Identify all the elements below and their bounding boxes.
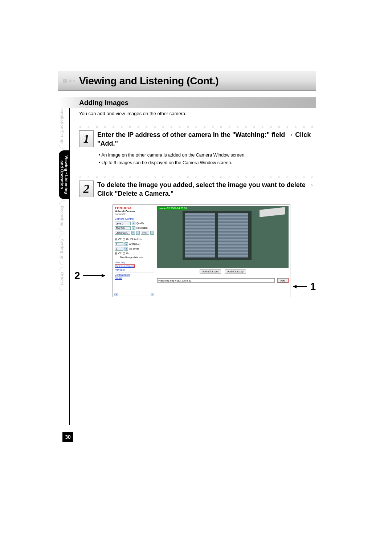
std-select[interactable]: STD [141,231,150,235]
area-select[interactable]: 1 [115,242,123,246]
step-2: 2 To delete the image you added, select … [79,181,316,198]
add-button[interactable]: Add [277,278,288,283]
camera-overlay-text: nwcam02 2004-04 25:01 [158,207,188,210]
resolution-row: 320*240▾ Resolution [115,226,154,230]
audio-controls: AudioOut start AudioOut stop [157,270,289,274]
camera-view-panel: nwcam02 2004-04 25:01 AudioOut start Aud… [156,205,290,297]
watching-row: Add [157,278,289,283]
divider [115,272,154,272]
watching-input[interactable] [157,278,275,283]
step-1: 1 Enter the IP address of other camera i… [79,130,316,148]
page-title: Viewing and Listening (Cont.) [79,75,219,87]
section-intro: You can add and view images on the other… [79,110,316,117]
minus-button[interactable]: - [136,231,140,235]
step-2-text: To delete the image you added, select th… [97,181,316,198]
add-button-highlight: Add [277,278,289,283]
playback-link[interactable]: Playback [115,268,154,271]
camera-control-panel: TOSHIBA Network Camera nwcam02 Camera Co… [113,205,156,297]
step-1-number: 1 [79,130,94,147]
chevron-down-icon[interactable]: ▾ [132,226,135,230]
embedded-screenshot: 2 1 TOSHIBA Network Camera nwcam02 Camer… [113,204,296,297]
ae-select[interactable]: 0 [115,247,123,251]
ae-row: 0▾ AE Level [115,247,154,251]
flickerless-row: Off On Flickerless [115,237,154,241]
page-number: 30 [62,432,73,442]
camera-scene-object [260,207,285,217]
advanced-row: -Advanced-▾ - STD + [115,231,154,235]
dots-divider-1: ○ ○ ○ ○ ○ ○ ○ ○ ○ ○ ○ ○ ○ ○ ○ ○ ○ ○ ○ ○ … [79,125,316,129]
fixed-image-label: Fixed image data size [120,256,154,259]
callout-2-label: 2 [74,270,80,281]
title-bar: Viewing and Listening (Cont.) [58,71,316,91]
chevron-down-icon[interactable]: ▾ [132,222,135,225]
horizontal-scrollbar[interactable]: ◂ ▸ [114,293,154,296]
callout-1: 1 [293,281,316,292]
fixed-off-label: Off [118,252,122,255]
step-1-bullets: An image on the other camera is added on… [99,151,316,167]
area-label: Area(BLC) [129,243,140,245]
camera-control-heading: Camera Control [115,217,154,220]
camera-window-screenshot: TOSHIBA Network Camera nwcam02 Camera Co… [113,204,290,297]
view-log-link[interactable]: View Log [115,261,154,264]
page-content: Viewing and Listening (Cont.) Adding Ima… [58,71,316,297]
divider [115,236,154,236]
area-row: 1▾ Area(BLC) [115,242,154,246]
title-decor-circles [58,79,79,83]
brand-logo: TOSHIBA [115,206,154,210]
dots-divider-2: ○ ○ ○ ○ ○ ○ ○ ○ ○ ○ ○ ○ ○ ○ ○ ○ ○ ○ ○ ○ … [79,175,316,179]
step-2-number: 2 [79,181,94,197]
section-heading: Adding Images [58,97,316,108]
step-1-text: Enter the IP address of other camera in … [97,130,316,148]
scroll-right-icon[interactable]: ▸ [151,293,154,296]
sound-link[interactable]: Sound [115,277,154,279]
flickerless-label: Flickerless [130,238,142,240]
delete-camera-link[interactable]: Delete a camera [115,264,135,268]
audio-start-button[interactable]: AudioOut start [200,270,221,274]
chevron-down-icon[interactable]: ▾ [131,231,135,235]
callout-2: 2 [74,270,105,281]
callout-1-label: 1 [310,281,316,292]
plus-button[interactable]: + [150,231,154,235]
advanced-select[interactable]: -Advanced- [115,231,130,235]
divider [115,260,154,260]
fixed-on-label: On [126,252,130,255]
arrow-left-icon [293,286,307,287]
fixed-row: Off On [115,251,154,255]
camera-scene-window [183,211,252,260]
brand-subtitle: Network Camera [115,210,154,212]
fixed-off-radio[interactable] [115,252,117,255]
configuration-link[interactable]: Configuration [115,274,154,276]
step-1-bullet-1: An image on the other camera is added on… [99,151,316,159]
resolution-select[interactable]: 320*240 [115,226,131,230]
camera-name: nwcam02 [115,213,154,215]
scroll-left-icon[interactable]: ◂ [115,293,118,296]
flicker-on-label: On [126,238,130,240]
quality-label: Quality [136,222,144,224]
camera-video-view: nwcam02 2004-04 25:01 [157,206,289,268]
flicker-on-radio[interactable] [123,238,125,240]
flicker-off-label: Off [118,238,122,240]
resolution-label: Resolution [136,227,148,229]
flicker-off-radio[interactable] [115,238,117,240]
arrow-right-icon [83,275,105,276]
audio-stop-button[interactable]: AudioOut stop [225,270,246,274]
fixed-on-radio[interactable] [123,252,125,255]
quality-select[interactable]: Level 2 [115,222,131,225]
chevron-down-icon[interactable]: ▾ [124,242,128,246]
ae-label: AE Level [129,247,139,250]
step-1-bullet-2: Up to 9 images can be displayed on the C… [99,159,316,167]
chevron-down-icon[interactable]: ▾ [124,247,128,251]
quality-row: Level 2▾ Quality [115,221,154,225]
